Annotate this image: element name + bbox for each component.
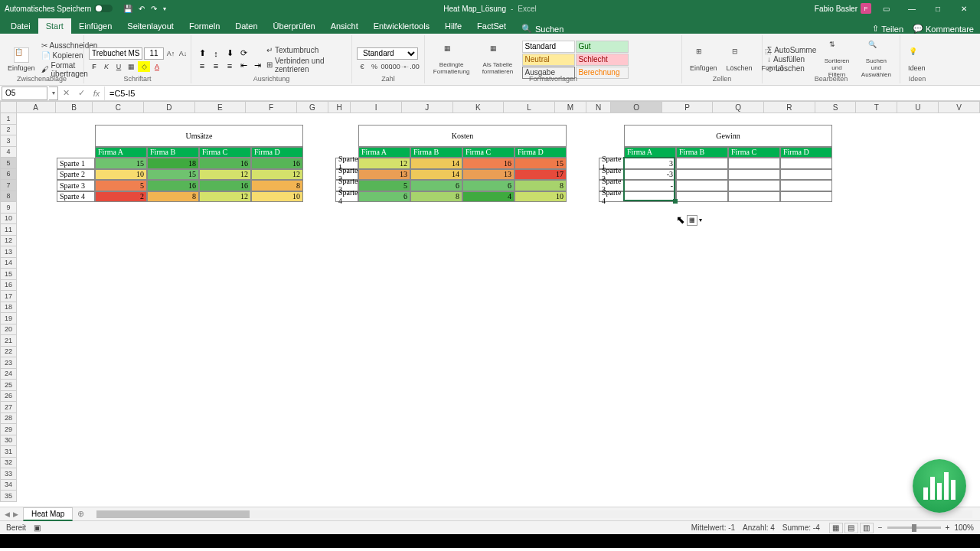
tab-start[interactable]: Start — [38, 18, 71, 34]
column-header-V[interactable]: V — [939, 101, 980, 113]
cell[interactable]: Gewinn — [624, 125, 832, 147]
bold-button[interactable]: F — [89, 61, 100, 72]
column-header-A[interactable]: A — [17, 101, 56, 113]
cell[interactable]: Sparte 1 — [57, 158, 95, 169]
cell[interactable]: 5 — [95, 180, 147, 191]
row-header-34[interactable]: 34 — [0, 480, 17, 491]
percent-icon[interactable]: % — [369, 61, 380, 72]
cell[interactable]: 4 — [462, 191, 514, 203]
horizontal-scrollbar[interactable] — [96, 510, 972, 518]
row-header-4[interactable]: 4 — [0, 147, 17, 158]
sheet-nav-prev-icon[interactable]: ▶ — [13, 510, 18, 518]
cell[interactable]: 10 — [95, 169, 147, 181]
cell-styles-gallery[interactable]: Standard Gut Neutral Schlecht Ausgabe Be… — [522, 41, 677, 79]
zoom-in-icon[interactable]: + — [946, 523, 950, 532]
cell[interactable]: Umsätze — [95, 125, 303, 147]
cell[interactable]: Sparte 4 — [599, 191, 624, 203]
align-top-icon[interactable]: ⬆ — [196, 48, 208, 59]
cell[interactable]: 14 — [410, 158, 462, 169]
cell[interactable]: 12 — [358, 158, 410, 169]
cell[interactable]: 8 — [147, 191, 199, 203]
column-header-B[interactable]: B — [56, 101, 93, 113]
cell[interactable]: Sparte 4 — [57, 191, 95, 203]
cell[interactable]: 12 — [199, 191, 251, 203]
cell[interactable] — [728, 169, 780, 181]
row-header-13[interactable]: 13 — [0, 246, 17, 258]
column-header-M[interactable]: M — [555, 101, 586, 113]
cell[interactable]: 6 — [462, 180, 514, 191]
row-header-22[interactable]: 22 — [0, 347, 17, 358]
qat-dropdown-icon[interactable]: ▾ — [163, 5, 166, 12]
redo-icon[interactable]: ↷ — [151, 5, 157, 13]
style-gut[interactable]: Gut — [576, 41, 629, 53]
row-header-33[interactable]: 33 — [0, 468, 17, 480]
cell[interactable]: 14 — [410, 169, 462, 181]
insert-cells-button[interactable]: ⊞Einfügen — [687, 46, 720, 73]
undo-icon[interactable]: ↶ — [139, 5, 145, 13]
cell[interactable]: 8 — [251, 180, 303, 191]
decrease-font-icon[interactable]: A↓ — [178, 48, 188, 59]
cell[interactable]: Firma B — [410, 147, 462, 158]
row-header-9[interactable]: 9 — [0, 202, 17, 214]
row-header-18[interactable]: 18 — [0, 302, 17, 314]
row-header-5[interactable]: 5 — [0, 158, 17, 169]
column-header-I[interactable]: I — [351, 101, 402, 113]
tab-seitenlayout[interactable]: Seitenlayout — [119, 18, 181, 34]
currency-icon[interactable]: € — [357, 61, 368, 72]
fill-button[interactable]: ↓Ausfüllen — [767, 55, 816, 64]
tab-entwicklertools[interactable]: Entwicklertools — [366, 18, 437, 34]
align-middle-icon[interactable]: ↕ — [210, 48, 222, 59]
zoom-out-icon[interactable]: − — [878, 523, 883, 532]
name-box[interactable]: O5 — [2, 86, 47, 100]
cell[interactable]: Firma A — [624, 147, 676, 158]
row-header-28[interactable]: 28 — [0, 413, 17, 425]
cell[interactable] — [676, 191, 728, 203]
number-format-select[interactable]: Standard — [357, 47, 418, 60]
tab-ansicht[interactable]: Ansicht — [323, 18, 366, 34]
cell[interactable]: 18 — [147, 158, 199, 169]
align-center-icon[interactable]: ≡ — [210, 60, 222, 71]
user-avatar[interactable]: F — [861, 3, 871, 14]
close-icon[interactable]: ✕ — [952, 0, 975, 17]
cell[interactable]: 13 — [358, 169, 410, 181]
row-header-3[interactable]: 3 — [0, 135, 17, 147]
row-header-19[interactable]: 19 — [0, 313, 17, 324]
cell[interactable]: Firma D — [780, 147, 832, 158]
row-header-8[interactable]: 8 — [0, 191, 17, 203]
cell[interactable]: Kosten — [358, 125, 567, 147]
tab-formeln[interactable]: Formeln — [181, 18, 227, 34]
row-header-30[interactable]: 30 — [0, 435, 17, 447]
row-header-16[interactable]: 16 — [0, 280, 17, 292]
column-header-R[interactable]: R — [764, 101, 815, 113]
column-header-C[interactable]: C — [93, 101, 144, 113]
cell[interactable]: 12 — [251, 169, 303, 181]
cell[interactable]: Firma C — [199, 147, 251, 158]
minimize-icon[interactable]: — — [900, 0, 923, 17]
cell[interactable]: Firma C — [728, 147, 780, 158]
font-size-input[interactable] — [144, 47, 164, 60]
cell[interactable]: Firma B — [676, 147, 728, 158]
cell[interactable]: Firma C — [462, 147, 514, 158]
cell[interactable]: Sparte 3 — [57, 180, 95, 191]
cell[interactable]: Firma D — [514, 147, 567, 158]
delete-cells-button[interactable]: ⊟Löschen — [724, 46, 756, 73]
indent-inc-icon[interactable]: ⇥ — [251, 60, 263, 71]
cell[interactable] — [728, 191, 780, 203]
view-pagelayout-icon[interactable]: ▤ — [844, 523, 858, 533]
row-header-25[interactable]: 25 — [0, 380, 17, 391]
sheet-tab-heatmap[interactable]: Heat Map — [23, 507, 73, 521]
ideas-button[interactable]: 💡Ideen — [905, 46, 929, 73]
fill-handle[interactable] — [673, 199, 678, 204]
tab-factset[interactable]: FactSet — [469, 18, 514, 34]
cell[interactable]: 2 — [95, 191, 147, 203]
find-select-button[interactable]: 🔍Suchen und Auswählen — [858, 39, 895, 80]
column-header-U[interactable]: U — [897, 101, 939, 113]
column-header-D[interactable]: D — [144, 101, 195, 113]
row-header-23[interactable]: 23 — [0, 357, 17, 369]
font-name-input[interactable] — [89, 47, 142, 60]
cell[interactable] — [780, 180, 832, 191]
sort-filter-button[interactable]: ⇅Sortieren und Filtern — [819, 39, 854, 80]
maximize-icon[interactable]: □ — [926, 0, 949, 17]
border-button[interactable]: ▦ — [126, 61, 136, 72]
row-header-1[interactable]: 1 — [0, 113, 17, 125]
